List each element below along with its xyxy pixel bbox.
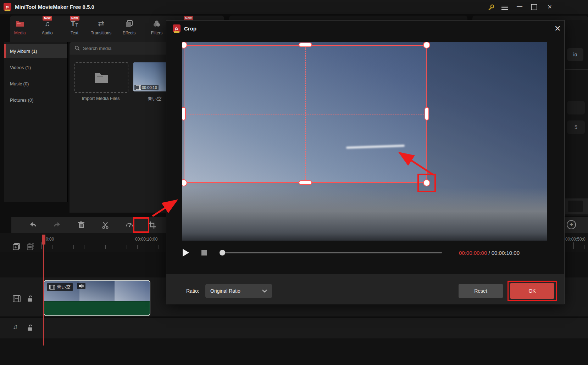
dim-overlay-top — [182, 42, 547, 45]
time-total: 00:00:10:00 — [492, 250, 520, 256]
annotation-arrow-to-dialog — [149, 197, 181, 219]
title-bar: fx MiniTool MovieMaker Free 8.5.0 — × — [0, 0, 588, 14]
dialog-close-icon[interactable]: ✕ — [554, 25, 561, 33]
library-sidebar: My Album (1) Videos (1) Music (0) Pictur… — [4, 42, 68, 202]
split-scissors-icon[interactable] — [101, 221, 110, 229]
window-title: MiniTool MovieMaker Free 8.5.0 — [15, 4, 94, 10]
license-key-icon[interactable] — [488, 4, 495, 11]
folder-icon — [94, 72, 109, 84]
ruler-label-10s: 00:00:10:00 — [135, 237, 157, 242]
track-bottom-area — [0, 338, 588, 365]
video-track-unlock-icon[interactable] — [27, 295, 33, 302]
speed-icon[interactable] — [125, 221, 134, 229]
import-media-dropzone[interactable] — [74, 62, 128, 93]
tab-effects[interactable]: Effects — [116, 18, 142, 35]
delete-trash-icon[interactable] — [77, 221, 85, 229]
maximize-button[interactable] — [531, 4, 537, 10]
speaker-icon — [79, 284, 84, 288]
right-panel-top — [472, 16, 588, 20]
time-current: 00:00:00:00 — [459, 250, 487, 256]
annotation-arrow-to-contrail — [394, 147, 440, 181]
annotation-crop-tool-box — [133, 217, 149, 233]
ratio-value: Original Ratio — [210, 288, 240, 294]
seek-slider-thumb[interactable] — [220, 250, 225, 256]
stop-button[interactable] — [201, 250, 207, 256]
tab-audio[interactable]: ♫ Audio — [34, 18, 60, 35]
crop-handle-left-mid[interactable] — [182, 107, 186, 120]
reset-button[interactable]: Reset — [459, 284, 503, 298]
film-icon — [136, 85, 141, 90]
dialog-title: Crop — [184, 26, 196, 32]
chevron-down-icon — [262, 290, 267, 293]
search-placeholder: Search media — [83, 46, 111, 51]
crop-dialog: fx Crop ✕ — [166, 20, 565, 304]
music-track-unlock-icon[interactable] — [27, 324, 33, 331]
annotation-ok-box — [507, 281, 557, 301]
clip-audio-chip[interactable] — [77, 283, 85, 289]
preview-panel-edge: io 5 — [565, 20, 588, 216]
dim-overlay-right — [427, 45, 547, 183]
music-track-icon: ♫ — [13, 323, 18, 331]
sidebar-item-music[interactable]: Music (0) — [4, 77, 67, 91]
menu-icon[interactable] — [501, 5, 508, 11]
close-button[interactable]: × — [546, 3, 554, 11]
add-track-icon[interactable] — [13, 243, 20, 250]
import-media-label: Import Media Files — [70, 96, 132, 101]
ruler-label-start: 0:00 — [46, 237, 54, 242]
clipped-button-1[interactable] — [567, 101, 585, 114]
film-icon — [49, 285, 55, 290]
sidebar-item-my-album[interactable]: My Album (1) — [4, 44, 67, 58]
minimize-button[interactable]: — — [516, 3, 523, 10]
redo-icon[interactable] — [52, 221, 61, 229]
search-icon — [74, 45, 80, 51]
preview-panel-top — [229, 16, 467, 20]
thumbnail-duration-chip: 00:00:10 — [134, 85, 159, 90]
crop-preview-video[interactable] — [182, 42, 547, 241]
new-badge-audio: New — [43, 16, 52, 21]
clip-name-chip: 青い空 — [47, 283, 73, 291]
crop-handle-bottom-mid[interactable] — [299, 180, 312, 185]
tab-media[interactable]: Media — [7, 18, 33, 35]
divider — [565, 69, 588, 70]
seek-slider[interactable] — [220, 252, 442, 253]
undo-icon[interactable] — [29, 221, 38, 229]
strip-toolbar-area — [565, 198, 588, 214]
collapse-tracks-icon[interactable] — [27, 243, 34, 250]
app-logo-icon: fx — [4, 3, 11, 11]
clip-audio-band — [44, 301, 150, 316]
app-window: fx MiniTool MovieMaker Free 8.5.0 — × Me… — [0, 0, 588, 365]
ratio-dropdown[interactable]: Original Ratio — [205, 284, 272, 298]
transitions-arrows-icon: ⇄ — [88, 18, 114, 29]
ratio-label: Ratio: — [186, 288, 199, 294]
play-button[interactable] — [183, 249, 189, 257]
sidebar-item-pictures[interactable]: Pictures (0) — [4, 93, 67, 107]
zoom-in-plus-icon[interactable]: + — [567, 220, 576, 229]
clip-frame — [115, 281, 150, 301]
media-folder-icon — [7, 18, 33, 29]
crop-rectangle[interactable] — [184, 45, 427, 183]
clipped-box — [568, 201, 583, 212]
dialog-logo-icon: fx — [173, 24, 181, 32]
dim-overlay-bottom — [182, 183, 547, 241]
time-display: 00:00:00:00 / 00:00:10:00 — [459, 250, 520, 256]
clipped-ratio-button[interactable]: io — [567, 48, 583, 61]
new-badge-text: New — [70, 16, 79, 21]
playhead-line[interactable] — [43, 235, 44, 346]
music-track-row[interactable] — [0, 318, 588, 338]
crop-handle-right-mid[interactable] — [425, 107, 429, 120]
clipped-button-2[interactable]: 5 — [567, 120, 585, 134]
sidebar-item-videos[interactable]: Videos (1) — [4, 60, 67, 74]
effects-icon — [116, 18, 142, 29]
ruler-label-50s-clipped: 00:00:50:0 — [565, 237, 586, 242]
video-track-icon — [13, 295, 21, 302]
tab-transitions[interactable]: ⇄ Transitions — [88, 18, 114, 35]
crop-center-hline — [184, 114, 426, 114]
crop-handle-top-mid[interactable] — [299, 43, 312, 47]
tab-text[interactable]: TT Text — [62, 18, 87, 35]
timeline-clip[interactable]: 青い空 — [44, 280, 150, 316]
